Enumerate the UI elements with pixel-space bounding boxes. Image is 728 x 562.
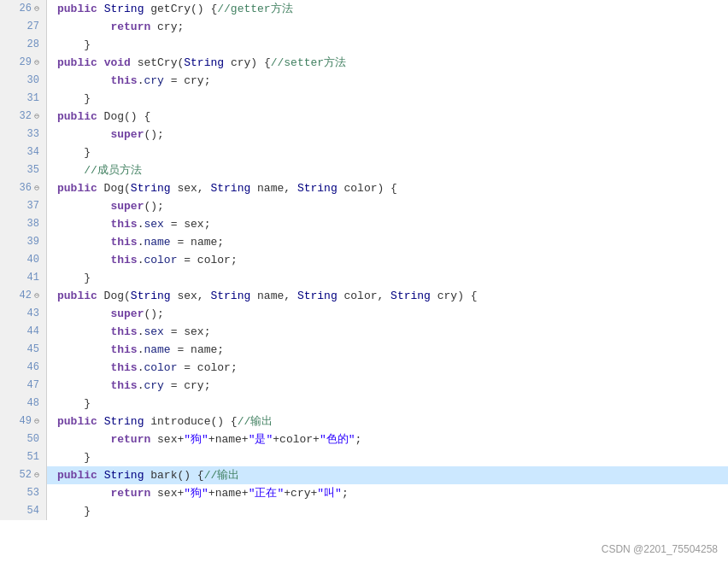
line-content: this.sex = sex;	[47, 215, 210, 233]
line-number: 42	[0, 287, 47, 305]
line-content: //成员方法	[47, 161, 142, 179]
line-number: 53	[0, 484, 47, 502]
code-line: 29public void setCry(String cry) {//sett…	[0, 54, 728, 72]
line-number: 54	[0, 502, 47, 520]
code-line: 41 }	[0, 269, 728, 287]
line-content: }	[47, 143, 91, 161]
code-line: 38 this.sex = sex;	[0, 215, 728, 233]
code-line: 47 this.cry = cry;	[0, 377, 728, 395]
line-content: super();	[47, 305, 164, 323]
watermark: CSDN @2201_75504258	[602, 543, 718, 555]
code-line: 48 }	[0, 395, 728, 413]
code-line: 42public Dog(String sex, String name, St…	[0, 287, 728, 305]
code-line: 50 return sex+"狗"+name+"是"+color+"色的";	[0, 430, 728, 448]
line-number: 41	[0, 269, 47, 287]
code-lines: 26public String getCry() {//getter方法27 r…	[0, 0, 728, 520]
line-number: 32	[0, 108, 47, 126]
line-number: 28	[0, 36, 47, 54]
line-number: 26	[0, 0, 47, 18]
code-editor: 26public String getCry() {//getter方法27 r…	[0, 0, 728, 562]
code-line: 31 }	[0, 90, 728, 108]
code-line: 35 //成员方法	[0, 161, 728, 179]
code-line: 30 this.cry = cry;	[0, 72, 728, 90]
code-line: 51 }	[0, 448, 728, 466]
line-content: }	[47, 448, 91, 466]
line-content: }	[47, 502, 91, 520]
code-line: 37 super();	[0, 197, 728, 215]
line-number: 50	[0, 430, 47, 448]
line-number: 46	[0, 359, 47, 377]
code-line: 26public String getCry() {//getter方法	[0, 0, 728, 18]
line-content: }	[47, 90, 91, 108]
line-number: 34	[0, 143, 47, 161]
line-number: 38	[0, 215, 47, 233]
line-content: this.name = name;	[47, 233, 224, 251]
code-line: 27 return cry;	[0, 18, 728, 36]
line-content: return cry;	[47, 18, 184, 36]
code-line: 45 this.name = name;	[0, 341, 728, 359]
code-line: 36public Dog(String sex, String name, St…	[0, 179, 728, 197]
line-content: return sex+"狗"+name+"是"+color+"色的";	[47, 430, 361, 448]
line-number: 35	[0, 161, 47, 179]
line-content: this.name = name;	[47, 341, 224, 359]
code-line: 34 }	[0, 143, 728, 161]
code-line: 32public Dog() {	[0, 108, 728, 126]
line-content: public String getCry() {//getter方法	[47, 0, 293, 18]
code-line: 49public String introduce() {//输出	[0, 413, 728, 430]
line-number: 36	[0, 179, 47, 197]
line-content: this.sex = sex;	[47, 323, 210, 341]
line-number: 27	[0, 18, 47, 36]
line-number: 44	[0, 323, 47, 341]
code-line: 46 this.color = color;	[0, 359, 728, 377]
line-number: 52	[0, 466, 47, 484]
line-number: 49	[0, 413, 47, 430]
line-number: 48	[0, 395, 47, 413]
code-line: 54 }	[0, 502, 728, 520]
line-content: this.color = color;	[47, 251, 238, 269]
code-line: 43 super();	[0, 305, 728, 323]
code-line: 39 this.name = name;	[0, 233, 728, 251]
line-content: }	[47, 36, 91, 54]
line-content: public String introduce() {//输出	[47, 413, 273, 430]
line-content: public Dog() {	[47, 108, 150, 126]
code-line: 44 this.sex = sex;	[0, 323, 728, 341]
line-number: 30	[0, 72, 47, 90]
line-content: this.cry = cry;	[47, 72, 210, 90]
line-number: 51	[0, 448, 47, 466]
line-content: }	[47, 269, 91, 287]
line-content: public Dog(String sex, String name, Stri…	[47, 287, 478, 305]
line-number: 45	[0, 341, 47, 359]
code-line: 40 this.color = color;	[0, 251, 728, 269]
line-number: 31	[0, 90, 47, 108]
line-number: 29	[0, 54, 47, 72]
line-number: 47	[0, 377, 47, 395]
line-content: return sex+"狗"+name+"正在"+cry+"叫";	[47, 484, 349, 502]
line-number: 37	[0, 197, 47, 215]
code-line: 53 return sex+"狗"+name+"正在"+cry+"叫";	[0, 484, 728, 502]
line-content: this.cry = cry;	[47, 377, 210, 395]
code-line: 52public String bark() {//输出	[0, 466, 728, 484]
line-content: super();	[47, 197, 164, 215]
line-number: 39	[0, 233, 47, 251]
line-content: }	[47, 395, 91, 413]
line-number: 40	[0, 251, 47, 269]
code-line: 28 }	[0, 36, 728, 54]
line-number: 43	[0, 305, 47, 323]
line-content: public String bark() {//输出	[47, 466, 239, 484]
line-number: 33	[0, 126, 47, 143]
code-line: 33 super();	[0, 126, 728, 143]
line-content: super();	[47, 126, 164, 143]
line-content: public void setCry(String cry) {//setter…	[47, 54, 346, 72]
line-content: public Dog(String sex, String name, Stri…	[47, 179, 397, 197]
line-content: this.color = color;	[47, 359, 238, 377]
